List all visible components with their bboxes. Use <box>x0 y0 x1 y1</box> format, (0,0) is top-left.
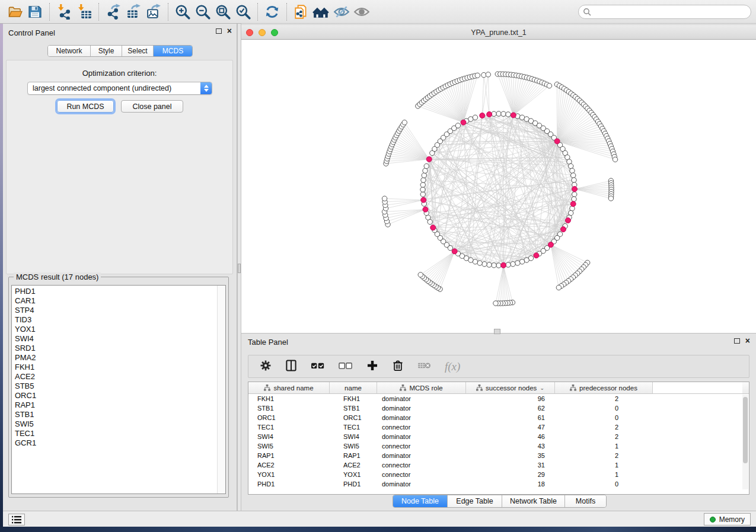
tab-mcds[interactable]: MCDS <box>154 46 192 56</box>
mcds-result-item[interactable]: SWI5 <box>15 419 217 429</box>
zoom-out-icon[interactable] <box>193 2 213 21</box>
cell: RAP1 <box>248 451 330 460</box>
export-image-icon[interactable] <box>143 2 164 21</box>
close-table-panel-icon[interactable]: × <box>745 338 750 344</box>
search-field-wrap <box>578 5 751 19</box>
cell: dominator <box>377 413 466 422</box>
tab-network[interactable]: Network <box>48 46 91 56</box>
tab-network-table[interactable]: Network Table <box>502 495 565 507</box>
mcds-result-item[interactable]: FKH1 <box>15 363 217 372</box>
mcds-result-item[interactable]: ACE2 <box>15 372 217 382</box>
mcds-result-item[interactable]: YOX1 <box>15 325 217 334</box>
table-row[interactable]: TEC1TEC1connector472 <box>248 422 749 432</box>
network-canvas[interactable] <box>241 40 756 333</box>
cell: RAP1 <box>330 451 377 460</box>
table-toolbar: f(x) <box>248 355 749 378</box>
clone-network-icon[interactable] <box>291 2 311 21</box>
table-row[interactable]: ACE2ACE2connector311 <box>248 460 749 470</box>
tab-select[interactable]: Select <box>122 46 154 56</box>
table-row[interactable]: FKH1FKH1dominator962 <box>248 394 749 403</box>
list-scrollbar[interactable] <box>217 286 225 493</box>
table-row[interactable]: RAP1RAP1dominator352 <box>248 451 749 460</box>
task-history-button[interactable] <box>8 514 25 525</box>
apply-layout-icon[interactable] <box>262 2 282 21</box>
float-table-panel-icon[interactable] <box>734 338 740 344</box>
table-row[interactable]: STB1STB1dominator620 <box>248 403 749 413</box>
mcds-result-item[interactable]: STP4 <box>15 306 217 315</box>
column-header-predecessor-nodes[interactable]: predecessor nodes <box>555 382 653 393</box>
cell: 18 <box>466 479 555 489</box>
optimization-criterion-select[interactable]: largest connected component (undirected) <box>27 82 212 95</box>
table-row[interactable]: PHD1PHD1dominator180 <box>248 479 749 489</box>
add-row-icon[interactable] <box>366 359 379 374</box>
run-mcds-button[interactable]: Run MCDS <box>57 100 114 113</box>
network-window-titlebar[interactable]: YPA_prune.txt_1 <box>241 24 756 40</box>
show-details-icon[interactable] <box>352 2 372 21</box>
mcds-result-list[interactable]: PHD1CAR1STP4TID3YOX1SWI4SRD1PMA2FKH1ACE2… <box>11 285 226 494</box>
show-columns-icon[interactable] <box>285 359 298 374</box>
mcds-result-item[interactable]: TEC1 <box>15 429 217 438</box>
table-header[interactable]: shared namenameMCDS rolesuccessor nodes⌄… <box>248 382 749 394</box>
cell: connector <box>377 460 466 470</box>
zoom-selected-icon[interactable] <box>233 2 253 21</box>
cell: YOX1 <box>248 470 330 479</box>
tab-node-table[interactable]: Node Table <box>393 495 448 507</box>
memory-button[interactable]: Memory <box>704 513 751 525</box>
mcds-result-item[interactable]: STB1 <box>15 410 217 419</box>
select-all-icon[interactable] <box>310 359 326 374</box>
zoom-fit-icon[interactable] <box>213 2 233 21</box>
tab-edge-table[interactable]: Edge Table <box>448 495 502 507</box>
cell: STB1 <box>330 403 377 413</box>
close-panel-icon[interactable]: × <box>227 28 232 34</box>
import-network-icon[interactable] <box>54 2 74 21</box>
export-table-icon[interactable] <box>123 2 143 21</box>
table-row[interactable]: ORC1ORC1dominator610 <box>248 413 749 422</box>
mcds-result-item[interactable]: SWI4 <box>15 334 217 344</box>
sort-indicator-icon: ⌄ <box>540 385 544 391</box>
mcds-result-item[interactable]: PMA2 <box>15 353 217 363</box>
cell: 96 <box>466 394 555 403</box>
mcds-result-item[interactable]: CAR1 <box>15 296 217 306</box>
mcds-result-item[interactable]: PHD1 <box>15 287 217 296</box>
deselect-all-icon[interactable] <box>338 359 353 374</box>
tab-motifs[interactable]: Motifs <box>565 495 606 507</box>
table-row[interactable]: SWI4SWI4dominator462 <box>248 432 749 441</box>
mcds-result-item[interactable]: TID3 <box>15 315 217 325</box>
cell: 46 <box>466 432 555 441</box>
table-scrollbar-thumb[interactable] <box>743 397 748 463</box>
import-table-icon[interactable] <box>74 2 94 21</box>
cell: 43 <box>466 441 555 451</box>
delete-row-icon[interactable] <box>391 359 404 374</box>
mcds-result-item[interactable]: STB5 <box>15 382 217 391</box>
column-header-shared-name[interactable]: shared name <box>248 382 330 393</box>
open-folder-icon[interactable] <box>5 2 25 21</box>
selected-option: largest connected component (undirected) <box>28 84 200 92</box>
network-window-title: YPA_prune.txt_1 <box>241 28 756 37</box>
vertical-splitter[interactable] <box>237 24 241 511</box>
column-header-MCDS-role[interactable]: MCDS role <box>377 382 466 393</box>
tab-style[interactable]: Style <box>91 46 122 56</box>
export-network-icon[interactable] <box>103 2 123 21</box>
control-panel-titlebar: Control Panel × <box>3 24 237 40</box>
splitter-grip[interactable] <box>238 264 241 273</box>
mcds-result-item[interactable]: RAP1 <box>15 400 217 410</box>
mcds-result-item[interactable]: GCR1 <box>15 438 217 448</box>
network-overview-icon[interactable] <box>311 2 331 21</box>
hide-details-icon[interactable] <box>331 2 352 21</box>
column-header-successor-nodes[interactable]: successor nodes⌄ <box>466 382 555 393</box>
column-header-name[interactable]: name <box>330 382 377 393</box>
memory-status-icon <box>710 517 716 523</box>
zoom-in-icon[interactable] <box>173 2 193 21</box>
save-icon[interactable] <box>25 2 45 21</box>
horizontal-splitter-grip[interactable] <box>494 329 500 334</box>
close-panel-button[interactable]: Close panel <box>121 100 183 113</box>
table-row[interactable]: YOX1YOX1connector291 <box>248 470 749 479</box>
settings-gear-icon[interactable] <box>259 359 272 374</box>
table-scrollbar[interactable] <box>742 395 748 489</box>
search-input[interactable] <box>578 5 751 19</box>
column-header-empty <box>653 382 742 393</box>
mcds-result-item[interactable]: ORC1 <box>15 391 217 400</box>
float-panel-icon[interactable] <box>216 28 222 34</box>
mcds-result-item[interactable]: SRD1 <box>15 344 217 353</box>
table-row[interactable]: SWI5SWI5connector431 <box>248 441 749 451</box>
